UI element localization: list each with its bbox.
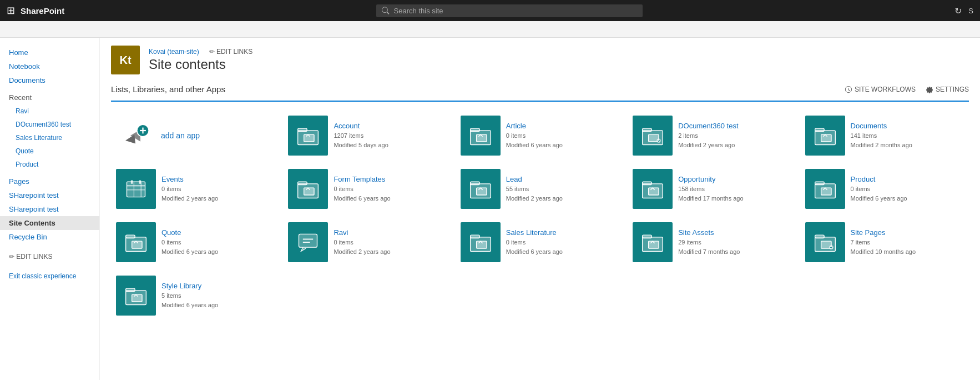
sidebar-item-recent: Recent: [0, 91, 99, 104]
site-workflows-button[interactable]: SITE WORKFLOWS: [845, 86, 916, 93]
app-meta: 2 itemsModified 2 years ago: [678, 131, 738, 149]
sidebar: Home Notebook Documents Recent Ravi DOcu…: [0, 38, 100, 380]
app-icon: [288, 222, 328, 262]
svg-rect-27: [470, 182, 479, 185]
app-card[interactable]: Opportunity 158 itemsModified 17 months …: [628, 164, 796, 214]
layout: Home Notebook Documents Recent Ravi DOcu…: [0, 38, 980, 380]
app-name-text: Ravi: [334, 228, 390, 237]
app-card[interactable]: Quote 0 itemsModified 6 years ago: [111, 217, 280, 267]
edit-links-button[interactable]: ✏ EDIT LINKS: [209, 48, 252, 56]
breadcrumb[interactable]: Kovai (team-site): [149, 48, 199, 56]
app-meta: 158 itemsModified 17 months ago: [678, 184, 743, 203]
apps-grid: add an app Account 1207 itemsModified 5 …: [111, 111, 969, 321]
sidebar-item-sales-lit[interactable]: Sales Literature: [0, 131, 99, 144]
sidebar-item-quote[interactable]: Quote: [0, 144, 99, 158]
app-info: DOcument360 test 2 itemsModified 2 years…: [678, 122, 738, 149]
site-avatar: Kt: [111, 46, 140, 74]
app-meta: 0 itemsModified 6 years ago: [506, 131, 563, 149]
app-card[interactable]: DOcument360 test 2 itemsModified 2 years…: [628, 111, 796, 161]
sidebar-item-sharepoint2[interactable]: SHarepoint test: [0, 202, 99, 216]
app-card[interactable]: Form Templates 0 itemsModified 6 years a…: [283, 164, 452, 214]
app-icon: [116, 276, 156, 316]
app-name-text: Sales Literature: [506, 228, 563, 237]
app-card[interactable]: Documents 141 itemsModified 2 months ago: [800, 111, 969, 161]
app-card[interactable]: Article 0 itemsModified 6 years ago: [456, 111, 624, 161]
app-card[interactable]: Sales Literature 0 itemsModified 6 years…: [456, 217, 624, 267]
app-info: Form Templates 0 itemsModified 6 years a…: [334, 175, 390, 203]
app-meta: 55 itemsModified 2 years ago: [506, 184, 563, 203]
app-meta: 5 itemsModified 6 years ago: [161, 291, 218, 309]
app-card[interactable]: Site Assets 29 itemsModified 7 months ag…: [628, 217, 796, 267]
app-info: Lead 55 itemsModified 2 years ago: [506, 175, 563, 203]
app-card[interactable]: Ravi 0 itemsModified 2 years ago: [283, 217, 452, 267]
app-name-text: Events: [161, 175, 218, 183]
app-info: Site Pages 7 itemsModified 10 months ago: [851, 228, 916, 256]
svg-rect-52: [126, 288, 135, 292]
svg-rect-21: [131, 180, 133, 183]
sidebar-item-site-contents[interactable]: Site Contents: [0, 216, 99, 230]
add-app-label: add an app: [161, 131, 200, 140]
site-header: Kt Kovai (team-site) ✏ EDIT LINKS Site c…: [111, 38, 969, 79]
svg-rect-48: [815, 235, 824, 238]
svg-rect-14: [815, 128, 824, 132]
section-actions: SITE WORKFLOWS SETTINGS: [845, 86, 969, 93]
sidebar-item-notebook[interactable]: Notebook: [0, 59, 99, 73]
svg-rect-22: [139, 180, 142, 183]
user-icon[interactable]: S: [968, 7, 973, 15]
sub-nav: [0, 21, 980, 38]
sidebar-exit[interactable]: Exit classic experience: [0, 269, 99, 283]
app-card[interactable]: Lead 55 itemsModified 2 years ago: [456, 164, 624, 214]
page-title: Site contents: [149, 57, 252, 72]
sidebar-item-pages[interactable]: Pages: [0, 174, 99, 188]
settings-button[interactable]: SETTINGS: [926, 86, 969, 93]
sidebar-item-home[interactable]: Home: [0, 46, 99, 59]
app-card[interactable]: Style Library 5 itemsModified 6 years ag…: [111, 271, 280, 321]
app-icon: [461, 222, 501, 262]
app-meta: 7 itemsModified 10 months ago: [851, 238, 916, 256]
app-info: Quote 0 itemsModified 6 years ago: [161, 228, 218, 256]
app-meta: 0 itemsModified 2 years ago: [161, 184, 218, 203]
app-card[interactable]: Product 0 itemsModified 6 years ago: [800, 164, 969, 214]
app-name-text: Quote: [161, 228, 218, 237]
svg-rect-36: [126, 235, 135, 238]
svg-rect-45: [643, 235, 652, 238]
sidebar-item-document360[interactable]: DOcument360 test: [0, 118, 99, 131]
svg-rect-7: [470, 128, 479, 132]
app-meta: 0 itemsModified 2 years ago: [334, 238, 390, 256]
svg-rect-38: [299, 234, 317, 247]
svg-rect-30: [643, 182, 652, 185]
app-name-text: Lead: [506, 175, 563, 183]
app-card[interactable]: Account 1207 itemsModified 5 days ago: [283, 111, 452, 161]
app-name-text: Form Templates: [334, 175, 390, 183]
sidebar-item-ravi[interactable]: Ravi: [0, 104, 99, 118]
svg-rect-10: [643, 128, 652, 132]
section-title: Lists, Libraries, and other Apps: [111, 84, 225, 94]
waffle-icon[interactable]: ⊞: [7, 4, 15, 17]
app-card[interactable]: Events 0 itemsModified 2 years ago: [111, 164, 280, 214]
app-meta: 141 itemsModified 2 months ago: [851, 131, 912, 149]
app-name-text: Documents: [851, 122, 912, 130]
app-name-text: Site Assets: [678, 228, 740, 237]
sidebar-edit-links[interactable]: ✏ EDIT LINKS: [0, 247, 99, 266]
app-info: Product 0 itemsModified 6 years ago: [851, 175, 907, 203]
svg-rect-24: [298, 182, 307, 185]
search-input[interactable]: [394, 7, 638, 15]
refresh-icon[interactable]: ↻: [954, 6, 962, 16]
app-icon: [805, 169, 845, 209]
app-card[interactable]: Site Pages 7 itemsModified 10 months ago: [800, 217, 969, 267]
app-info: Article 0 itemsModified 6 years ago: [506, 122, 563, 149]
app-info: Ravi 0 itemsModified 2 years ago: [334, 228, 390, 256]
app-icon: [116, 169, 156, 209]
app-meta: 0 itemsModified 6 years ago: [161, 238, 218, 256]
sidebar-item-recycle-bin[interactable]: Recycle Bin: [0, 230, 99, 244]
top-bar-right: ↻ S: [954, 6, 973, 16]
sidebar-item-documents[interactable]: Documents: [0, 73, 99, 87]
app-info: Opportunity 158 itemsModified 17 months …: [678, 175, 743, 203]
sidebar-item-sharepoint1[interactable]: SHarepoint test: [0, 188, 99, 202]
app-meta: 0 itemsModified 6 years ago: [506, 238, 563, 256]
svg-rect-33: [815, 182, 824, 185]
app-name-text: Account: [334, 122, 388, 130]
add-app-card[interactable]: add an app: [111, 111, 280, 161]
sidebar-item-product[interactable]: Product: [0, 158, 99, 171]
app-name-text: Style Library: [161, 282, 218, 290]
